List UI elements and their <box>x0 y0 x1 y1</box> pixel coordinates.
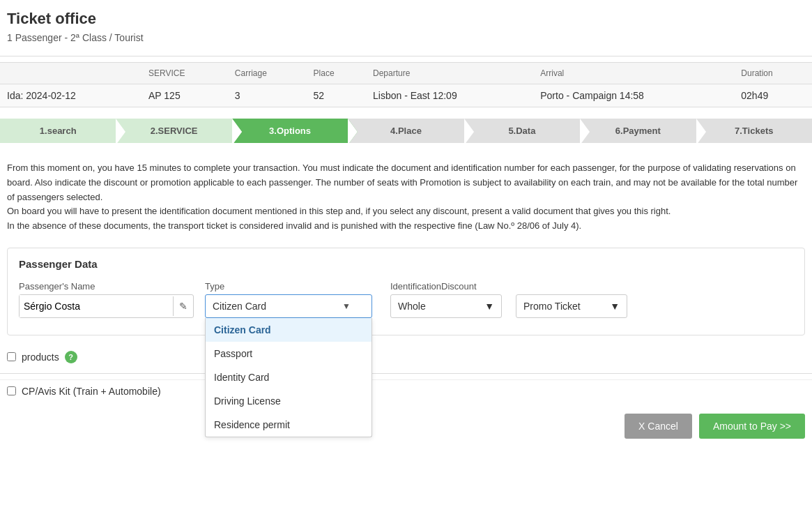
dropdown-item-citizen-card[interactable]: Citizen Card <box>206 318 371 342</box>
cp-avis-label: CP/Avis Kit (Train + Automobile) <box>22 386 161 397</box>
step-tickets[interactable]: 7.Tickets <box>696 119 812 143</box>
identification-label: IdentificationDiscount <box>390 281 627 292</box>
type-select-display[interactable]: Citizen Card ▼ <box>205 294 372 318</box>
step-label-data: 5.Data <box>508 126 535 136</box>
type-select-wrapper: Citizen Card ▼ Citizen Card Passport Ide… <box>205 294 372 318</box>
passenger-name-group: Passenger's Name ✎ <box>19 281 194 318</box>
form-row-main: Passenger's Name ✎ Type Citizen Card ▼ C… <box>19 281 793 325</box>
info-line-2: In the absence of these documents, the t… <box>7 219 805 234</box>
products-checkbox[interactable] <box>7 352 16 361</box>
passenger-name-label: Passenger's Name <box>19 281 194 292</box>
promo-select[interactable]: Promo Ticket ▼ <box>516 294 627 318</box>
step-search[interactable]: 1.search <box>0 119 116 143</box>
whole-label: Whole <box>398 301 426 312</box>
passenger-class-separator: - <box>65 32 71 43</box>
dropdown-item-identity-card[interactable]: Identity Card <box>206 365 371 389</box>
dropdown-item-driving-license[interactable]: Driving License <box>206 389 371 413</box>
cp-avis-row: CP/Avis Kit (Train + Automobile) <box>0 379 812 402</box>
bottom-bar: X Cancel Amount to Pay >> <box>0 402 812 450</box>
step-service[interactable]: 2.SERVICE <box>116 119 231 143</box>
info-line-0: From this moment on, you have 15 minutes… <box>7 161 805 204</box>
row-duration: 02h49 <box>734 84 812 107</box>
col-carriage: Carriage <box>228 63 307 84</box>
row-place: 52 <box>307 84 366 107</box>
products-row: products ? <box>0 342 812 368</box>
type-selected-value: Citizen Card <box>213 301 266 312</box>
edit-icon[interactable]: ✎ <box>173 296 193 316</box>
col-direction <box>0 63 141 84</box>
promo-label: Promo Ticket <box>523 301 581 312</box>
chevron-down-icon-whole: ▼ <box>484 301 494 312</box>
info-line-1: On board you will have to present the id… <box>7 204 805 219</box>
name-input-wrapper: ✎ <box>19 294 194 318</box>
question-icon[interactable]: ? <box>65 351 77 363</box>
step-place[interactable]: 4.Place <box>348 119 464 143</box>
passenger-class: 2ª Class / Tourist <box>70 32 144 43</box>
steps-bar: 1.search2.SERVICE3.Options4.Place5.Data6… <box>0 119 812 143</box>
cp-avis-checkbox[interactable] <box>7 386 16 395</box>
type-label: Type <box>205 281 372 292</box>
dropdown-item-residence-permit[interactable]: Residence permit <box>206 413 371 437</box>
dropdown-item-passport[interactable]: Passport <box>206 342 371 365</box>
passenger-data-section: Passenger Data Passenger's Name ✎ Type C… <box>7 248 805 335</box>
row-arrival: Porto - Campaign 14:58 <box>533 84 734 107</box>
col-place: Place <box>307 63 366 84</box>
step-payment[interactable]: 6.Payment <box>580 119 696 143</box>
cancel-button[interactable]: X Cancel <box>625 414 692 439</box>
col-departure: Departure <box>366 63 533 84</box>
chevron-down-icon-promo: ▼ <box>610 301 620 312</box>
step-label-payment: 6.Payment <box>615 126 661 136</box>
col-service: SERVICE <box>141 63 228 84</box>
info-text: From this moment on, you have 15 minutes… <box>0 154 812 241</box>
table-row: Ida: 2024-02-12 AP 125 3 52 Lisbon - Eas… <box>0 84 812 107</box>
row-carriage: 3 <box>228 84 307 107</box>
passenger-subtitle: 1 Passenger - 2ª Class / Tourist <box>0 32 812 50</box>
step-options[interactable]: 3.Options <box>232 119 348 143</box>
step-label-tickets: 7.Tickets <box>735 126 773 136</box>
identification-group: IdentificationDiscount Whole ▼ Promo Tic… <box>390 281 627 318</box>
step-label-options: 3.Options <box>269 126 311 136</box>
whole-select[interactable]: Whole ▼ <box>390 294 502 318</box>
step-data[interactable]: 5.Data <box>464 119 580 143</box>
step-label-place: 4.Place <box>390 126 422 136</box>
passenger-count: 1 Passenger <box>7 32 62 43</box>
step-label-service: 2.SERVICE <box>151 126 198 136</box>
passenger-name-input[interactable] <box>20 295 173 317</box>
col-arrival: Arrival <box>533 63 734 84</box>
row-departure: Lisbon - East 12:09 <box>366 84 533 107</box>
row-direction: Ida: 2024-02-12 <box>0 84 141 107</box>
type-group: Type Citizen Card ▼ Citizen Card Passpor… <box>205 281 372 318</box>
passenger-data-title: Passenger Data <box>19 258 793 270</box>
col-duration: Duration <box>734 63 812 84</box>
amount-to-pay-button[interactable]: Amount to Pay >> <box>699 414 805 439</box>
chevron-down-icon: ▼ <box>342 301 351 311</box>
type-dropdown-menu: Citizen Card Passport Identity Card Driv… <box>205 318 372 437</box>
step-label-search: 1.search <box>40 126 77 136</box>
products-label: products <box>22 352 59 363</box>
row-service: AP 125 <box>141 84 228 107</box>
app-title: Ticket office <box>0 0 812 32</box>
service-table: SERVICE Carriage Place Departure Arrival… <box>0 62 812 107</box>
